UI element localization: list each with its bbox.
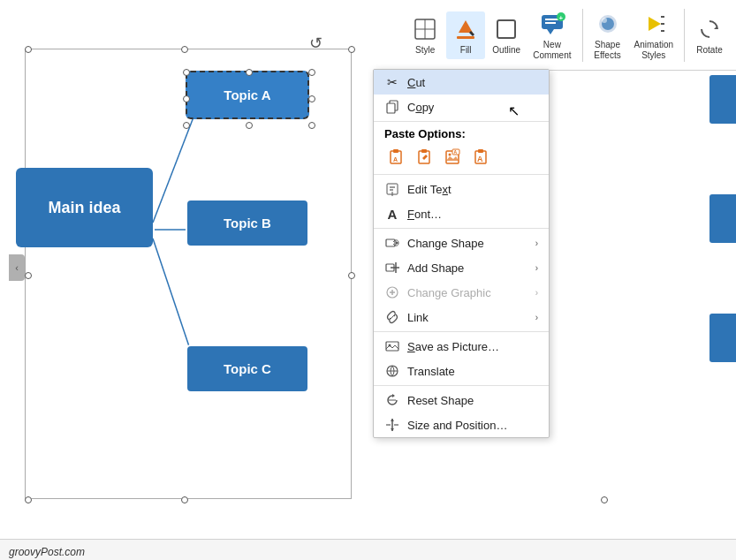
shape-effects-icon (594, 10, 622, 38)
shape-effects-button[interactable]: ShapeEffects (588, 6, 627, 64)
rotate-handle[interactable]: ↺ (309, 34, 322, 53)
font-icon: A (384, 206, 400, 222)
cut-icon: ✂ (384, 74, 400, 90)
paste-btn-4[interactable]: A (469, 144, 494, 169)
topic-b-label: Topic B (224, 216, 271, 231)
handle-bottom-center[interactable] (181, 496, 188, 503)
menu-sep-4 (374, 331, 549, 332)
link-label: Link (407, 311, 429, 324)
font-menu-item[interactable]: A Font… (374, 201, 549, 226)
handle-top-left[interactable] (25, 46, 32, 53)
svg-point-32 (449, 154, 451, 156)
cut-menu-item[interactable]: ✂ Cut (374, 70, 549, 95)
outline-icon (492, 15, 520, 43)
animation-styles-label: AnimationStyles (634, 40, 673, 61)
paste-btn-3[interactable]: A (441, 144, 466, 169)
change-graphic-menu-item: Change Graphic › (374, 280, 549, 305)
paste-icons-row: A A (384, 144, 538, 169)
save-as-picture-menu-item[interactable]: Save as Picture… (374, 334, 549, 359)
link-menu-item[interactable]: Link › (374, 305, 549, 329)
handle-mid-right[interactable] (348, 272, 355, 279)
svg-rect-8 (497, 20, 515, 38)
handle-top-right[interactable] (348, 46, 355, 53)
change-shape-arrow: › (535, 238, 538, 248)
fill-icon (451, 15, 480, 43)
link-icon (384, 309, 400, 325)
svg-rect-49 (386, 342, 398, 351)
cut-label: Cut (407, 76, 425, 89)
right-rect-2 (709, 194, 736, 243)
rotate-button[interactable]: Rotate (690, 11, 729, 59)
collapse-panel-arrow[interactable]: ‹ (9, 254, 25, 281)
svg-marker-19 (649, 17, 661, 31)
topic-a-handle-tl[interactable] (183, 69, 190, 76)
animation-styles-button[interactable]: AnimationStyles (629, 6, 679, 64)
topic-a-handle-bl[interactable] (183, 122, 190, 129)
svg-rect-27 (393, 149, 398, 153)
watermark-text: groovyPost.com (9, 546, 85, 558)
paste-btn-1[interactable]: A (384, 144, 409, 169)
new-comment-icon: + (538, 10, 566, 38)
svg-marker-11 (547, 29, 554, 34)
new-comment-label: New Comment (533, 40, 571, 61)
copy-icon (384, 99, 400, 115)
size-position-menu-item[interactable]: Size and Position… (374, 412, 549, 437)
topic-a-handle-mr[interactable] (308, 95, 315, 102)
svg-rect-30 (421, 149, 427, 153)
translate-menu-item[interactable]: Translate (374, 359, 549, 383)
topic-a-shape[interactable]: Topic A (186, 71, 309, 119)
style-icon (411, 15, 439, 43)
svg-text:A: A (454, 149, 458, 155)
handle-mid-left[interactable] (25, 272, 32, 279)
style-label: Style (415, 45, 435, 56)
handle-top-center[interactable] (181, 46, 188, 53)
svg-text:+: + (558, 13, 563, 21)
add-shape-menu-item[interactable]: Add Shape › (374, 255, 549, 280)
outline-button[interactable]: Outline (487, 11, 526, 59)
save-as-picture-label: Save as Picture… (407, 340, 499, 353)
style-button[interactable]: Style (406, 11, 444, 59)
rotate-label: Rotate (696, 45, 722, 56)
svg-marker-53 (392, 394, 395, 397)
context-menu: ✂ Cut Copy Paste Options: A (373, 69, 550, 438)
change-shape-menu-item[interactable]: Change Shape › (374, 231, 549, 255)
paste-options-label: Paste Options: (384, 127, 538, 140)
topic-b-shape[interactable]: Topic B (186, 199, 309, 247)
svg-rect-42 (386, 239, 395, 246)
translate-label: Translate (407, 365, 455, 378)
copy-menu-item[interactable]: Copy (374, 95, 549, 119)
topic-a-handle-br[interactable] (308, 122, 315, 129)
topic-a-label: Topic A (224, 87, 270, 102)
reset-shape-label: Reset Shape (407, 394, 474, 407)
right-rect-1 (709, 75, 736, 124)
paste-options-section: Paste Options: A (374, 124, 549, 172)
menu-sep-3 (374, 228, 549, 229)
main-idea-label: Main idea (48, 199, 120, 217)
paste-btn-2[interactable] (413, 144, 437, 169)
topic-a-handle-tr[interactable] (308, 69, 315, 76)
main-idea-shape[interactable]: Main idea (16, 168, 153, 247)
change-shape-label: Change Shape (407, 237, 484, 250)
edit-text-label: Edit Text (407, 183, 451, 196)
add-shape-icon (384, 260, 400, 276)
topic-c-shape[interactable]: Topic C (186, 344, 309, 393)
topic-a-handle-bc[interactable] (246, 122, 253, 129)
handle-bottom-left[interactable] (25, 496, 32, 503)
fill-button[interactable]: Fill (446, 11, 485, 59)
topic-c-label: Topic C (224, 361, 271, 376)
right-rect-3 (709, 314, 736, 362)
reset-shape-menu-item[interactable]: Reset Shape (374, 388, 549, 412)
ribbon-sep-1 (582, 9, 583, 62)
outline-label: Outline (492, 45, 520, 56)
ribbon-toolbar: Style Fill Outline (398, 0, 736, 71)
handle-bottom-right[interactable] (601, 496, 608, 503)
svg-point-18 (602, 18, 607, 23)
topic-a-handle-ml[interactable] (183, 95, 190, 102)
edit-text-menu-item[interactable]: Edit Text (374, 177, 549, 201)
copy-label: Copy (407, 101, 434, 114)
topic-a-handle-tc[interactable] (246, 69, 253, 76)
change-graphic-icon (384, 284, 400, 300)
new-comment-button[interactable]: + New Comment (527, 6, 576, 64)
svg-line-48 (391, 315, 394, 319)
canvas-area: ↺ Main idea Topic A Topic B Topic C ‹ (0, 0, 736, 539)
